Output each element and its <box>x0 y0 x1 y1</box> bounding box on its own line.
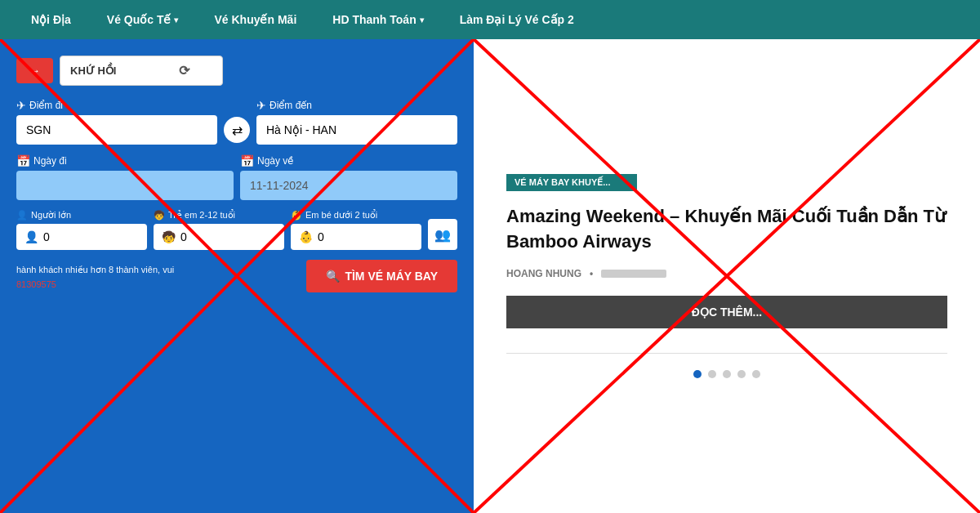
article-tag[interactable]: VÉ MÁY BAY KHUYẾ... <box>506 174 637 191</box>
calendar-return-icon: 📅 <box>240 154 254 167</box>
refresh-icon: ⟳ <box>179 63 189 78</box>
plane-arrive-icon: ✈ <box>256 99 266 112</box>
pax-row: 👤 Người lớn 👤 0 🧒 Trẻ em 2-12 tuổi 🧒 <box>16 210 457 250</box>
trip-type-row: → KHỨ HỒI ⟳ <box>16 56 457 86</box>
navigation-bar: Nội Địa Vé Quốc Tế ▾ Vé Khuyến Mãi HD Th… <box>0 0 980 39</box>
search-flight-button[interactable]: 🔍 TÌM VÉ MÁY BAY <box>306 260 457 292</box>
pagination-dot-2[interactable] <box>708 370 716 378</box>
date-row: 📅 Ngày đi 📅 Ngày về <box>16 154 457 200</box>
from-field: ✈ Điểm đi <box>16 99 217 145</box>
article-title: Amazing Weekend – Khuyến Mãi Cuối Tuần D… <box>506 204 947 255</box>
person-icon: 👤 <box>24 230 38 243</box>
nav-item-lam-dai-ly[interactable]: Làm Đại Lý Vé Cấp 2 <box>445 0 589 39</box>
pagination-dot-5[interactable] <box>752 370 760 378</box>
depart-date-field: 📅 Ngày đi <box>16 154 234 200</box>
pagination-dot-4[interactable] <box>737 370 746 378</box>
add-passenger-button[interactable]: 👥 <box>428 219 457 250</box>
nav-item-noi-dia[interactable]: Nội Địa <box>16 0 86 39</box>
route-row: ✈ Điểm đi ⇄ ✈ Điểm đến <box>16 99 457 145</box>
calendar-depart-icon: 📅 <box>16 154 30 167</box>
child-figure-icon: 🧒 <box>162 230 176 243</box>
return-date-label: 📅 Ngày về <box>240 154 457 167</box>
pagination-dot-1[interactable] <box>693 370 702 378</box>
note-text: hành khách nhiều hơn 8 thành viên, vui <box>16 265 174 274</box>
adult-icon: 👤 <box>16 210 28 221</box>
passengers-section: 👤 Người lớn 👤 0 🧒 Trẻ em 2-12 tuổi 🧒 <box>16 210 457 250</box>
to-field: ✈ Điểm đến <box>256 99 457 145</box>
main-content: → KHỨ HỒI ⟳ ✈ Điểm đi ⇄ ✈ Điểm đến <box>0 39 980 513</box>
article-panel: VÉ MÁY BAY KHUYẾ... Amazing Weekend – Kh… <box>474 39 980 513</box>
booking-widget: → KHỨ HỒI ⟳ ✈ Điểm đi ⇄ ✈ Điểm đến <box>0 39 474 513</box>
meta-separator: • <box>590 268 593 279</box>
to-label: ✈ Điểm đến <box>256 99 457 112</box>
pagination-dots <box>506 370 947 378</box>
article-author: HOANG NHUNG <box>506 268 581 279</box>
from-input[interactable] <box>16 115 217 145</box>
nav-item-hd-thanh-toan[interactable]: HD Thanh Toán ▾ <box>318 0 438 39</box>
plane-depart-icon: ✈ <box>16 99 26 112</box>
adult-input[interactable]: 👤 0 <box>16 224 147 250</box>
depart-date-label: 📅 Ngày đi <box>16 154 234 167</box>
trip-type-label: KHỨ HỒI <box>70 65 116 77</box>
nav-item-ve-khuyen-mai[interactable]: Vé Khuyến Mãi <box>199 0 311 39</box>
return-date-input[interactable] <box>240 171 457 200</box>
one-way-button[interactable]: → <box>16 58 53 83</box>
adult-label: 👤 Người lớn <box>16 210 147 221</box>
phone-number[interactable]: 81309575 <box>16 279 56 289</box>
article-date-bar <box>601 270 666 278</box>
swap-button[interactable]: ⇄ <box>224 117 250 143</box>
infant-field: 👶 Em bé dưới 2 tuổi 👶 0 <box>291 210 421 250</box>
search-icon: 🔍 <box>326 270 340 283</box>
infant-input[interactable]: 👶 0 <box>291 224 421 250</box>
child-label: 🧒 Trẻ em 2-12 tuổi <box>154 210 284 221</box>
child-field: 🧒 Trẻ em 2-12 tuổi 🧒 0 <box>154 210 284 250</box>
infant-figure-icon: 👶 <box>299 230 313 243</box>
child-input[interactable]: 🧒 0 <box>154 224 284 250</box>
note-area: hành khách nhiều hơn 8 thành viên, vui 8… <box>16 261 174 291</box>
adult-field: 👤 Người lớn 👤 0 <box>16 210 147 250</box>
article-meta: HOANG NHUNG • <box>506 268 947 279</box>
to-input[interactable] <box>256 115 457 145</box>
child-icon: 🧒 <box>154 210 165 221</box>
divider <box>506 353 947 354</box>
from-label: ✈ Điểm đi <box>16 99 217 112</box>
read-more-button[interactable]: ĐỌC THÊM... <box>506 296 947 328</box>
return-date-field: 📅 Ngày về <box>240 154 457 200</box>
depart-date-input[interactable] <box>16 171 234 200</box>
add-pax-icon: 👥 <box>434 227 451 243</box>
infant-label: 👶 Em bé dưới 2 tuổi <box>291 210 421 221</box>
chevron-down-icon: ▾ <box>174 16 178 25</box>
bottom-row: hành khách nhiều hơn 8 thành viên, vui 8… <box>16 260 457 292</box>
nav-item-ve-quoc-te[interactable]: Vé Quốc Tế ▾ <box>92 0 194 39</box>
trip-type-select[interactable]: KHỨ HỒI ⟳ <box>60 56 223 86</box>
infant-icon: 👶 <box>291 210 302 221</box>
pagination-dot-3[interactable] <box>723 370 731 378</box>
chevron-down-icon: ▾ <box>420 16 424 25</box>
